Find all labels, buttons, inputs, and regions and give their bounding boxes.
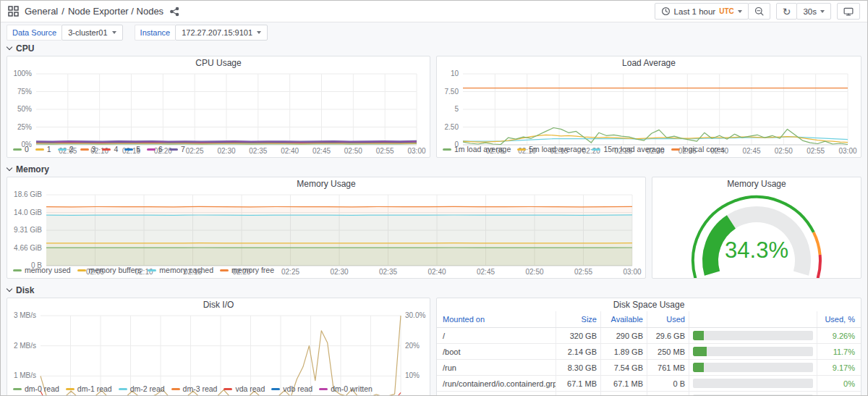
- table-cell: /run: [437, 360, 556, 375]
- chevron-down-icon: [7, 44, 12, 50]
- table-row: /boot2.14 GB1.89 GB250 MB11.7%: [437, 344, 861, 360]
- legend-item[interactable]: dm-2 read: [119, 384, 165, 395]
- share-icon[interactable]: [169, 7, 179, 17]
- breadcrumb-dashboard[interactable]: Node Exporter / Nodes: [68, 6, 163, 17]
- section-header-cpu[interactable]: CPU: [1, 43, 867, 54]
- datasource-picker[interactable]: 3-cluster01: [61, 25, 122, 41]
- legend-item[interactable]: memory used: [13, 265, 71, 276]
- legend-item[interactable]: 1: [35, 144, 51, 155]
- memory-usage-panel-title[interactable]: Memory Usage: [7, 177, 645, 190]
- table-header-cell[interactable]: Available: [601, 311, 647, 327]
- legend-item[interactable]: logical cores: [671, 144, 725, 155]
- legend-item[interactable]: 6: [147, 144, 163, 155]
- legend-item[interactable]: memory free: [220, 265, 274, 276]
- instance-value: 172.27.207.15:9101: [182, 28, 252, 37]
- legend-swatch: [13, 269, 22, 271]
- clock-icon: [661, 7, 671, 16]
- svg-text:30.0%: 30.0%: [405, 311, 425, 319]
- memory-usage-gauge-title[interactable]: Memory Usage: [652, 177, 861, 190]
- memory-usage-chart[interactable]: 0 B4.66 GiB9.31 GiB14.0 GiB18.6 GiB02:05…: [7, 190, 645, 265]
- legend-swatch: [169, 148, 178, 151]
- refresh-button[interactable]: ↻: [776, 3, 798, 20]
- cpu-usage-panel-title[interactable]: CPU Usage: [7, 56, 430, 69]
- legend-swatch: [443, 148, 451, 151]
- refresh-interval-picker[interactable]: 30s: [796, 3, 831, 20]
- cpu-usage-chart[interactable]: 0%25%50%75%100%02:0502:1002:1502:2002:25…: [7, 69, 430, 144]
- legend-label: 1: [47, 144, 51, 155]
- table-cell: 29.6 GB: [647, 328, 689, 343]
- table-header-cell[interactable]: Size: [556, 311, 601, 327]
- load-average-chart[interactable]: 02.5057.501002:0502:1002:1502:2002:2502:…: [437, 69, 861, 144]
- usage-bar-track: [693, 379, 813, 388]
- legend-item[interactable]: memory buffers: [77, 265, 142, 276]
- grafana-dashboard: { "header": { "folder": "General", "sepa…: [0, 0, 868, 396]
- legend-item[interactable]: 2: [58, 144, 74, 155]
- section-header-disk[interactable]: Disk: [1, 285, 867, 296]
- usage-bar-cell: [689, 328, 817, 343]
- kiosk-mode-button[interactable]: [837, 3, 860, 20]
- legend-item[interactable]: 4: [102, 144, 118, 155]
- legend-swatch: [517, 148, 526, 151]
- legend-item[interactable]: vda read: [224, 384, 265, 395]
- breadcrumb[interactable]: General / Node Exporter / Nodes: [25, 6, 163, 17]
- disk-io-panel-title[interactable]: Disk I/O: [7, 298, 430, 311]
- time-range-picker[interactable]: Last 1 hour UTC: [655, 3, 749, 20]
- chevron-down-icon: [112, 31, 116, 34]
- legend-label: 5: [136, 144, 140, 155]
- table-cell: 0 B: [647, 376, 689, 391]
- memory-usage-gauge-panel: Memory Usage 34.3%: [652, 177, 861, 279]
- table-header-cell[interactable]: [689, 311, 817, 327]
- svg-text:2 MB/s: 2 MB/s: [14, 342, 36, 350]
- table-header-cell[interactable]: Used, %: [817, 311, 861, 327]
- table-cell: /boot: [437, 344, 556, 359]
- zoom-out-button[interactable]: [748, 3, 770, 20]
- legend-item[interactable]: 3: [80, 144, 96, 155]
- monitor-icon: [843, 7, 854, 17]
- load-average-panel-title[interactable]: Load Average: [437, 56, 861, 69]
- section-title-disk: Disk: [16, 285, 34, 295]
- table-row: /run/containerd/io.containerd.grpc...67.…: [437, 376, 861, 392]
- legend-item[interactable]: dm-0 written: [319, 384, 373, 395]
- usage-bar-fill: [693, 331, 704, 340]
- timezone-label: UTC: [719, 7, 734, 15]
- disk-io-chart[interactable]: 0 B/s1 MB/s2 MB/s3 MB/s0%10%20%30.0%02:0…: [7, 311, 430, 384]
- dashboard-grid-icon[interactable]: [8, 6, 19, 17]
- table-cell: 1.89 GB: [601, 344, 647, 359]
- legend-item[interactable]: dm-1 read: [66, 384, 112, 395]
- legend-swatch: [102, 148, 111, 151]
- legend-item[interactable]: 5: [124, 144, 140, 155]
- table-cell: /run/containerd/io.containerd.grpc...: [437, 392, 556, 396]
- table-cell: 67.1 MB: [556, 376, 601, 391]
- legend-label: dm-2 read: [130, 384, 165, 395]
- table-header-cell[interactable]: Mounted on: [437, 311, 556, 327]
- legend-item[interactable]: 7: [169, 144, 185, 155]
- legend-swatch: [58, 148, 67, 151]
- legend-swatch: [13, 148, 22, 151]
- table-cell: 8.30 GB: [556, 360, 601, 375]
- legend-item[interactable]: dm-3 read: [171, 384, 218, 395]
- svg-text:18.6 GiB: 18.6 GiB: [14, 190, 42, 198]
- legend-item[interactable]: 5m load average: [517, 144, 585, 155]
- disk-space-usage-title[interactable]: Disk Space Usage: [437, 298, 861, 311]
- memory-usage-gauge[interactable]: 34.3%: [652, 190, 861, 278]
- disk-io-legend: dm-0 readdm-1 readdm-2 readdm-3 readvda …: [7, 384, 430, 396]
- legend-item[interactable]: 1m load average: [443, 144, 511, 155]
- legend-swatch: [80, 148, 89, 151]
- section-header-memory[interactable]: Memory: [1, 164, 867, 175]
- legend-label: memory free: [231, 265, 274, 276]
- table-cell: 67.1 MB: [601, 376, 647, 391]
- table-header-cell[interactable]: Used: [647, 311, 689, 327]
- legend-item[interactable]: memory cached: [148, 265, 213, 276]
- legend-item[interactable]: 15m load average: [592, 144, 664, 155]
- legend-swatch: [66, 388, 75, 390]
- usage-bar-cell: [689, 376, 817, 391]
- legend-item[interactable]: 0: [13, 144, 29, 155]
- legend-item[interactable]: vdb read: [271, 384, 312, 395]
- svg-text:2.50: 2.50: [445, 123, 459, 131]
- legend-swatch: [77, 269, 86, 271]
- legend-label: vda read: [235, 384, 265, 395]
- legend-item[interactable]: dm-0 read: [13, 384, 59, 395]
- instance-picker[interactable]: 172.27.207.15:9101: [175, 25, 268, 41]
- section-title-cpu: CPU: [16, 43, 34, 54]
- breadcrumb-folder[interactable]: General: [25, 6, 58, 17]
